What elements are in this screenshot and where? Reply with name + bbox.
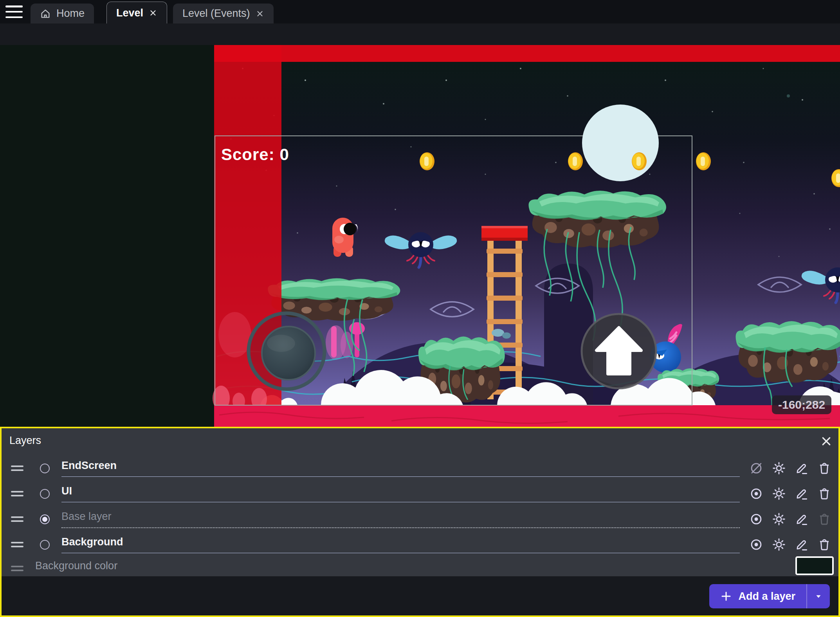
scene-canvas[interactable] — [0, 45, 840, 427]
cursor-coordinates-badge: -160;282 — [772, 395, 831, 414]
close-panel-icon[interactable] — [820, 435, 832, 447]
visibility-icon[interactable] — [748, 537, 764, 552]
moon[interactable] — [582, 105, 659, 181]
layer-name-field[interactable]: Background — [61, 536, 740, 553]
add-layer-dropdown[interactable] — [807, 584, 830, 608]
background-color-swatch[interactable] — [795, 556, 834, 575]
drag-handle-icon[interactable] — [11, 516, 23, 522]
layer-radio[interactable] — [40, 464, 50, 473]
red-zone-top[interactable] — [214, 45, 840, 62]
layer-row-ui: UI — [7, 481, 833, 506]
layer-name-field[interactable]: UI — [61, 485, 740, 502]
home-icon — [40, 8, 51, 19]
layers-panel-title: Layers — [9, 435, 41, 447]
close-tab-icon[interactable] — [149, 9, 157, 17]
add-layer-button[interactable]: Add a layer — [709, 584, 830, 608]
coin[interactable] — [568, 152, 583, 170]
jump-button[interactable] — [582, 314, 656, 388]
visibility-off-icon[interactable] — [748, 460, 764, 476]
close-tab-icon[interactable] — [256, 9, 264, 18]
plus-icon — [720, 590, 732, 602]
drag-handle-icon[interactable] — [11, 491, 23, 496]
tab-level-events-label: Level (Events) — [182, 7, 250, 20]
layers-panel-footer: Add a layer — [2, 576, 838, 615]
tab-bar: Home Level Level (Events) — [0, 0, 840, 23]
layer-radio[interactable] — [40, 540, 50, 550]
edit-layer-icon[interactable] — [794, 486, 809, 502]
stone — [502, 332, 511, 339]
layer-row-endscreen: EndScreen — [7, 456, 833, 481]
lighting-icon[interactable] — [771, 537, 787, 552]
edit-layer-icon[interactable] — [794, 537, 809, 552]
edit-layer-icon[interactable] — [794, 511, 809, 527]
coin[interactable] — [632, 152, 647, 170]
background-color-label: Background color — [35, 560, 786, 577]
layer-name-field[interactable]: EndScreen — [61, 460, 740, 477]
edit-layer-icon[interactable] — [794, 460, 809, 476]
menu-icon[interactable] — [5, 5, 23, 18]
add-layer-label: Add a layer — [738, 590, 795, 603]
drag-handle-icon[interactable] — [11, 542, 23, 547]
platform-island[interactable] — [735, 321, 840, 382]
joystick-control[interactable] — [249, 313, 324, 389]
visibility-icon[interactable] — [748, 511, 764, 527]
tab-level-events[interactable]: Level (Events) — [173, 4, 274, 23]
score-text: Score: 0 — [221, 145, 289, 164]
delete-layer-icon[interactable] — [817, 460, 832, 476]
layer-radio-selected[interactable] — [40, 514, 50, 524]
layer-row-base: Base layer — [7, 507, 833, 532]
layer-row-background: Background — [7, 532, 833, 557]
tab-home[interactable]: Home — [31, 4, 94, 23]
tab-level[interactable]: Level — [106, 2, 167, 24]
lighting-icon[interactable] — [771, 460, 787, 476]
tab-level-label: Level — [116, 7, 143, 19]
drag-handle-icon[interactable] — [11, 465, 23, 471]
layers-panel: Layers EndScreen UI — [0, 427, 840, 617]
layer-radio[interactable] — [40, 489, 50, 499]
coin[interactable] — [696, 152, 711, 170]
coin[interactable] — [420, 152, 434, 170]
ground-red[interactable] — [214, 405, 840, 427]
lighting-icon[interactable] — [771, 486, 787, 502]
delete-layer-icon[interactable] — [817, 537, 832, 552]
layer-name-field[interactable]: Base layer — [61, 511, 740, 528]
delete-layer-icon-disabled — [817, 511, 832, 527]
lighting-icon[interactable] — [771, 511, 787, 527]
toolbar: Preview Publish — [0, 23, 840, 45]
drag-handle-icon — [11, 566, 23, 571]
chevron-down-icon — [814, 592, 823, 601]
tab-home-label: Home — [56, 7, 85, 20]
delete-layer-icon[interactable] — [817, 486, 832, 502]
visibility-icon[interactable] — [748, 486, 764, 502]
